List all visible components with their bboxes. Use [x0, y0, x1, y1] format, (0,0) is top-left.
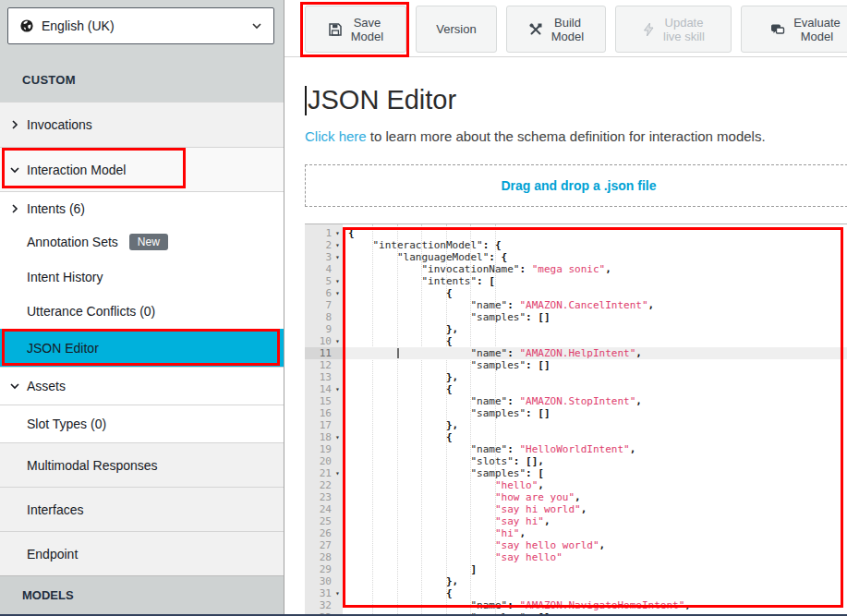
evaluate-model-button[interactable]: EvaluateModel	[741, 6, 847, 53]
code-line[interactable]: {	[343, 227, 847, 239]
code-line[interactable]: "how are you",	[343, 491, 847, 503]
code-line[interactable]: {	[343, 335, 847, 347]
sidebar-item-intents[interactable]: Intents (6)	[0, 191, 284, 224]
fold-arrow-icon[interactable]: ▾	[333, 587, 343, 599]
gutter-cell[interactable]: 28	[305, 551, 343, 563]
gutter-cell[interactable]: 23	[305, 491, 343, 503]
fold-arrow-icon[interactable]: ▾	[333, 275, 343, 287]
gutter-cell[interactable]: 17	[305, 419, 343, 431]
code-line[interactable]: },	[343, 371, 847, 383]
gutter-cell[interactable]: 5▾	[305, 275, 343, 287]
code-line[interactable]: "slots": [],	[343, 455, 847, 467]
gutter-cell[interactable]: 3▾	[305, 251, 343, 263]
code-line[interactable]: },	[343, 419, 847, 431]
fold-arrow-icon[interactable]: ▾	[333, 227, 343, 239]
code-line[interactable]: "samples": [	[343, 467, 847, 479]
code-line[interactable]: {	[343, 383, 847, 395]
sidebar-item-label: Utterance Conflicts (0)	[27, 304, 155, 319]
code-line[interactable]: {	[343, 431, 847, 443]
editor-code[interactable]: { "interactionModel": { "languageModel":…	[343, 224, 847, 616]
gutter-cell[interactable]: 6▾	[305, 287, 343, 299]
code-line[interactable]: "hello",	[343, 479, 847, 491]
sidebar-item-slot-types[interactable]: Slot Types (0)	[0, 405, 284, 442]
code-line[interactable]: "say hi",	[343, 515, 847, 527]
code-line[interactable]: "say hello"	[343, 551, 847, 563]
code-line[interactable]: "interactionModel": {	[343, 239, 847, 251]
gutter-cell[interactable]: 21▾	[305, 467, 343, 479]
code-line[interactable]: },	[343, 575, 847, 587]
gutter-cell[interactable]: 8	[305, 311, 343, 323]
sidebar-item-utterance-conflicts[interactable]: Utterance Conflicts (0)	[0, 294, 284, 329]
code-line[interactable]: "say hi world",	[343, 503, 847, 515]
fold-arrow-icon[interactable]: ▾	[333, 431, 343, 443]
gutter-cell[interactable]: 24	[305, 503, 343, 515]
sidebar-item-multimodal-responses[interactable]: Multimodal Responses	[0, 442, 284, 487]
page-title: JSON Editor	[305, 85, 456, 115]
sidebar-item-json-editor[interactable]: JSON Editor	[0, 329, 284, 367]
fold-arrow-icon[interactable]: ▾	[333, 383, 343, 395]
gutter-cell[interactable]: 16	[305, 407, 343, 419]
code-line[interactable]: "samples": []	[343, 407, 847, 419]
fold-arrow-icon[interactable]: ▾	[333, 467, 343, 479]
code-line[interactable]: "name": "AMAZON.CancelIntent",	[343, 299, 847, 311]
code-line[interactable]: "name": "HelloWorldIntent",	[343, 443, 847, 455]
gutter-cell[interactable]: 9	[305, 323, 343, 335]
gutter-cell[interactable]: 13	[305, 371, 343, 383]
gutter-cell[interactable]: 15	[305, 395, 343, 407]
gutter-cell[interactable]: 12	[305, 359, 343, 371]
chevron-right-icon	[9, 119, 20, 130]
sidebar: English (UK) CUSTOM Invocations Interact…	[0, 0, 284, 616]
language-selector[interactable]: English (UK)	[7, 7, 274, 44]
gutter-cell[interactable]: 25	[305, 515, 343, 527]
sidebar-item-annotation-sets[interactable]: Annotation Sets New	[0, 224, 284, 260]
sidebar-item-interaction-model[interactable]: Interaction Model	[0, 147, 284, 191]
update-live-skill-button[interactable]: Updatelive skill	[615, 6, 732, 53]
gutter-cell[interactable]: 26	[305, 527, 343, 539]
gutter-cell[interactable]: 29	[305, 563, 343, 575]
gutter-cell[interactable]: 2▾	[305, 239, 343, 251]
gutter-cell[interactable]: 18▾	[305, 431, 343, 443]
save-model-button[interactable]: SaveModel	[305, 6, 406, 53]
sidebar-item-endpoint[interactable]: Endpoint	[0, 531, 284, 575]
gutter-cell[interactable]: 31▾	[305, 587, 343, 599]
fold-arrow-icon[interactable]: ▾	[333, 335, 343, 347]
sidebar-item-interfaces[interactable]: Interfaces	[0, 487, 284, 531]
gutter-cell[interactable]: 1▾	[305, 227, 343, 239]
build-model-button[interactable]: BuildModel	[506, 6, 606, 53]
code-line[interactable]: {	[343, 287, 847, 299]
gutter-cell[interactable]: 7	[305, 299, 343, 311]
fold-arrow-icon[interactable]: ▾	[333, 287, 343, 299]
gutter-cell[interactable]: 4	[305, 263, 343, 275]
gutter-cell[interactable]: 10▾	[305, 335, 343, 347]
code-line[interactable]: "hi",	[343, 527, 847, 539]
gutter-cell[interactable]: 11	[305, 347, 343, 359]
code-line[interactable]: "samples": []	[343, 359, 847, 371]
fold-arrow-icon[interactable]: ▾	[333, 239, 343, 251]
sidebar-item-invocations[interactable]: Invocations	[0, 102, 284, 147]
gutter-cell[interactable]: 30	[305, 575, 343, 587]
code-line[interactable]: "languageModel": {	[343, 251, 847, 263]
gutter-cell[interactable]: 20	[305, 455, 343, 467]
gutter-cell[interactable]: 32	[305, 599, 343, 611]
json-dropzone[interactable]: Drag and drop a .json file	[305, 164, 847, 207]
code-line[interactable]: "name": "AMAZON.NavigateHomeIntent",	[343, 599, 847, 611]
code-line[interactable]: "invocationName": "mega sonic",	[343, 263, 847, 275]
gutter-cell[interactable]: 22	[305, 479, 343, 491]
code-line[interactable]: ]	[343, 563, 847, 575]
fold-arrow-icon[interactable]: ▾	[333, 251, 343, 263]
code-line[interactable]: "say hello world",	[343, 539, 847, 551]
editor-gutter[interactable]: 1▾2▾3▾45▾6▾78910▾11121314▾15161718▾19202…	[305, 224, 343, 616]
code-line[interactable]: "name": "AMAZON.HelpIntent",	[343, 347, 847, 359]
code-line[interactable]: "samples": []	[343, 311, 847, 323]
code-line[interactable]: "intents": [	[343, 275, 847, 287]
gutter-cell[interactable]: 14▾	[305, 383, 343, 395]
gutter-cell[interactable]: 27	[305, 539, 343, 551]
sidebar-item-intent-history[interactable]: Intent History	[0, 260, 284, 294]
sidebar-item-assets[interactable]: Assets	[0, 367, 284, 405]
gutter-cell[interactable]: 19	[305, 443, 343, 455]
code-line[interactable]: "name": "AMAZON.StopIntent",	[343, 395, 847, 407]
code-line[interactable]: {	[343, 587, 847, 599]
click-here-link[interactable]: Click here	[305, 128, 367, 144]
version-button[interactable]: Version	[416, 6, 497, 53]
code-line[interactable]: },	[343, 323, 847, 335]
